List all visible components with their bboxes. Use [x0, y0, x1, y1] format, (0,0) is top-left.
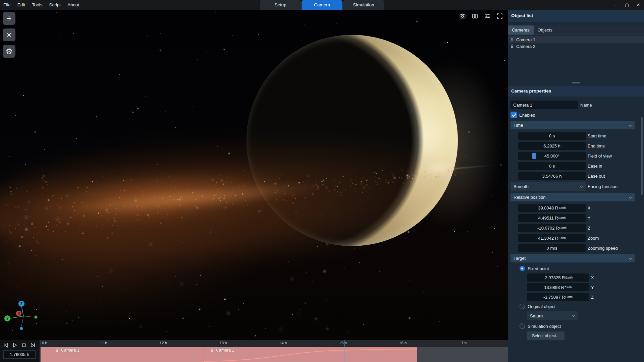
timeline-clip-2[interactable]: Camera 2	[204, 347, 417, 362]
list-item-camera-1[interactable]: Camera 1	[508, 36, 644, 43]
rel-y-label: Y	[588, 216, 591, 221]
easing-label: Easing function	[588, 184, 618, 189]
maximize-button[interactable]: ▢	[621, 0, 633, 10]
list-item-camera-2[interactable]: Camera 2	[508, 43, 644, 50]
target-y-input[interactable]: 13.6893 REarth	[527, 283, 589, 291]
skip-to-start-button[interactable]	[3, 342, 9, 348]
plus-icon	[6, 15, 12, 21]
application-window: File Edit Tools Script About Setup Camer…	[0, 0, 644, 362]
ease-in-label: Ease in	[588, 164, 602, 169]
camera-properties-panel: Camera 1 Name Enabled Time 0 s Start tim…	[508, 97, 644, 340]
object-list-header: Object list	[508, 10, 644, 22]
zooming-speed-label: Zooming speed	[588, 246, 618, 251]
tab-camera[interactable]: Camera	[302, 0, 342, 10]
skip-start-icon	[3, 343, 8, 348]
viewport-3d[interactable]: ⚙	[0, 10, 508, 340]
original-object-select[interactable]: Saturn	[527, 311, 578, 320]
camera-properties-header: Camera properties	[508, 86, 644, 97]
rel-z-input[interactable]: -10.0702 REarth	[518, 224, 586, 232]
target-fixed-point-radio[interactable]: Fixed point	[511, 265, 644, 272]
end-time-input[interactable]: 6.2825 h	[518, 142, 586, 150]
ease-curve	[204, 347, 417, 362]
ruler-tick: 3 h	[220, 341, 227, 345]
camera-icon	[55, 348, 59, 352]
ruler-tick: 2 h	[160, 341, 167, 345]
timeline-tracks: Camera 1Camera 2	[40, 347, 508, 362]
menu-file[interactable]: File	[0, 0, 14, 10]
rel-y-input[interactable]: 4.49511 REarth	[518, 214, 586, 222]
select-object-button[interactable]: Select object...	[527, 331, 565, 340]
target-z-input[interactable]: -3.75097 REarth	[527, 293, 589, 301]
camera-name-input[interactable]: Camera 1	[511, 101, 578, 109]
ease-out-input[interactable]: 3.54766 h	[518, 172, 586, 180]
current-time-display[interactable]: 1.76005 h	[3, 350, 36, 359]
menu-bar: File Edit Tools Script About Setup Camer…	[0, 0, 644, 10]
chevron-down-icon	[580, 184, 583, 188]
mode-tabs: Setup Camera Simulation	[260, 0, 384, 10]
camera-icon	[510, 38, 514, 42]
axis-gizmo[interactable]: Z X Y	[0, 295, 47, 335]
playhead[interactable]	[344, 340, 344, 362]
fov-label: Field of view	[588, 154, 612, 159]
rel-x-label: X	[588, 205, 591, 210]
ease-in-input[interactable]: 0 s	[518, 162, 586, 170]
fullscreen-icon[interactable]	[496, 13, 503, 19]
stop-button[interactable]	[21, 342, 27, 348]
rel-x-input[interactable]: 39.8048 REarth	[518, 204, 586, 212]
chevron-down-icon	[629, 195, 632, 198]
zoom-label: Zoom	[588, 236, 599, 241]
enabled-checkbox[interactable]	[511, 112, 517, 118]
screenshot-camera-icon[interactable]	[459, 13, 466, 19]
split-view-icon[interactable]	[472, 13, 478, 19]
target-simulation-object-radio[interactable]: Simulation object	[511, 323, 644, 329]
tab-cameras[interactable]: Cameras	[508, 25, 534, 35]
scrollbar-thumb[interactable]	[572, 82, 580, 83]
filter-settings-icon[interactable]	[484, 13, 491, 19]
menu-script[interactable]: Script	[46, 0, 64, 10]
right-panel: Object list Cameras Objects Camera 1 Cam…	[508, 10, 644, 362]
end-time-label: End time	[588, 143, 605, 148]
minimize-button[interactable]: –	[610, 0, 621, 10]
section-time[interactable]: Time	[511, 121, 635, 129]
section-target[interactable]: Target	[511, 254, 635, 262]
scrollbar-thumb[interactable]	[641, 117, 643, 195]
settings-button[interactable]: ⚙	[3, 45, 15, 58]
gear-icon: ⚙	[6, 48, 13, 55]
fov-slider-handle[interactable]	[532, 153, 536, 159]
play-button[interactable]	[12, 342, 18, 348]
timeline-tracks-area[interactable]: 0 h1 h2 h3 h4 h5 h6 h7 h Camera 1Camera …	[40, 340, 508, 362]
viewport-left-toolbar: ⚙	[3, 12, 15, 58]
axis-y-label: Y	[6, 317, 9, 320]
menu-tools[interactable]: Tools	[29, 0, 46, 10]
name-label: Name	[580, 103, 592, 108]
skip-end-icon	[30, 343, 36, 348]
target-original-object-radio[interactable]: Original object	[511, 303, 644, 310]
timeline-clip-1[interactable]: Camera 1	[41, 347, 204, 362]
zooming-speed-input[interactable]: 0 m/s	[518, 244, 586, 252]
section-relative-position[interactable]: Relative position	[511, 193, 635, 201]
skip-to-end-button[interactable]	[30, 342, 36, 348]
radio-icon	[520, 304, 525, 309]
menu-edit[interactable]: Edit	[14, 0, 29, 10]
object-list-tabs: Cameras Objects	[508, 25, 644, 35]
zoom-input[interactable]: 41.3042 REarth	[518, 234, 586, 242]
add-button[interactable]	[3, 12, 15, 25]
easing-function-select[interactable]: Smooth	[511, 182, 586, 191]
timeline-ruler[interactable]: 0 h1 h2 h3 h4 h5 h6 h7 h	[40, 340, 508, 347]
menu-about[interactable]: About	[64, 0, 83, 10]
field-of-view-slider[interactable]: 45.000°	[518, 152, 586, 160]
target-x-input[interactable]: -2.97825 REarth	[527, 274, 589, 282]
ease-out-label: Ease out	[588, 174, 605, 179]
start-time-input[interactable]: 0 s	[518, 132, 586, 140]
stop-icon	[21, 343, 26, 348]
tab-objects[interactable]: Objects	[534, 25, 556, 35]
ruler-tick: 6 h	[400, 341, 407, 345]
chevron-down-icon	[629, 123, 632, 126]
remove-button[interactable]	[3, 28, 15, 41]
start-time-label: Start time	[588, 133, 606, 138]
tab-setup[interactable]: Setup	[260, 0, 301, 10]
play-icon	[12, 343, 17, 348]
close-button[interactable]: ✕	[633, 0, 644, 10]
timeline-clip-label: Camera 2	[210, 348, 234, 353]
tab-simulation[interactable]: Simulation	[343, 0, 384, 10]
